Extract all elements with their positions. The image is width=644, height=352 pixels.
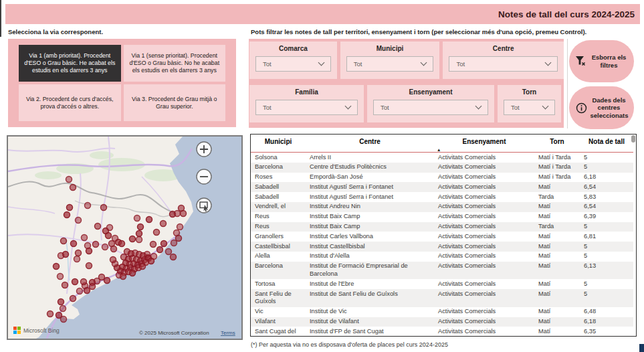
map-marker[interactable] <box>171 254 177 260</box>
map-marker[interactable] <box>74 256 80 262</box>
map-marker[interactable] <box>140 264 146 270</box>
map-zoom-in-button[interactable] <box>197 142 211 157</box>
table-row[interactable]: VilafantInstitut de VilafantActivitats C… <box>251 317 633 327</box>
map-visual[interactable]: Microsoft Bing © 2025 Microsoft Corporat… <box>7 135 243 340</box>
map-marker[interactable] <box>90 284 96 290</box>
map-marker[interactable] <box>176 236 182 242</box>
filter-dropdown-centre[interactable]: Tot <box>449 56 558 72</box>
map-marker[interactable] <box>66 177 72 183</box>
via-button-1[interactable]: Via 1 (amb prioritat). Procedent d'ESO o… <box>19 45 121 82</box>
map-box-select-button[interactable] <box>197 198 211 213</box>
filter-dropdown-torn[interactable]: Tot <box>504 100 555 115</box>
map-marker[interactable] <box>136 237 142 243</box>
map-marker[interactable] <box>58 274 64 280</box>
table-row[interactable]: AlellaInstitut d'AlellaActivitats Comerc… <box>251 252 633 262</box>
table-row[interactable]: ReusInstitut Baix CampActivitats Comerci… <box>251 212 633 222</box>
map-marker[interactable] <box>157 247 163 253</box>
filter-dropdown-comarca[interactable]: Tot <box>255 56 331 72</box>
map-marker[interactable] <box>84 288 90 294</box>
table-scrollbar-thumb[interactable] <box>631 135 635 143</box>
map-marker[interactable] <box>77 288 83 294</box>
table-row[interactable]: RosesEmpordà-San JoséActivitats Comercia… <box>251 173 633 183</box>
map-marker[interactable] <box>61 238 67 244</box>
column-header-torn[interactable]: Torn <box>534 135 580 153</box>
map-marker[interactable] <box>76 217 82 224</box>
column-header-ensenyament[interactable]: Ensenyament▲ <box>434 135 534 153</box>
map-marker[interactable] <box>119 241 125 247</box>
map-marker[interactable] <box>67 205 73 211</box>
map-zoom-out-button[interactable] <box>197 169 211 184</box>
map-marker[interactable] <box>93 242 99 248</box>
map-marker[interactable] <box>146 217 152 223</box>
map-marker[interactable] <box>110 257 116 263</box>
map-marker[interactable] <box>76 250 82 256</box>
clear-filters-button[interactable]: Esborra els filtres <box>569 40 634 82</box>
map-marker[interactable] <box>61 317 67 323</box>
map-marker[interactable] <box>130 270 136 276</box>
table-row[interactable]: VicInstitut de VicActivitats ComercialsM… <box>251 307 633 317</box>
filter-dropdown-família[interactable]: Tot <box>255 100 358 115</box>
map-marker[interactable] <box>151 254 157 260</box>
map-marker[interactable] <box>171 240 177 246</box>
map-marker[interactable] <box>71 241 77 247</box>
map-marker[interactable] <box>95 224 101 230</box>
map-marker[interactable] <box>82 235 88 241</box>
map-marker[interactable] <box>85 203 91 209</box>
table-row[interactable]: SabadellInstitut Agustí Serra i Fontanet… <box>251 192 633 202</box>
table-row[interactable]: GranollersInstitut Carles VallbonaActivi… <box>251 232 633 242</box>
table-row[interactable]: ReusInstitut Baix CampActivitats Comerci… <box>251 222 633 232</box>
map-marker[interactable] <box>166 249 172 255</box>
map-terms-link[interactable]: Terms <box>221 330 235 336</box>
table-row[interactable]: TortosaInstitut de l'EbreActivitats Come… <box>251 279 633 289</box>
via-button-4[interactable]: Via 3. Procedent de Grau mitjà o Grau su… <box>124 84 226 121</box>
column-header-municipi[interactable]: Municipi <box>251 135 306 153</box>
map-marker[interactable] <box>138 224 144 230</box>
map-marker[interactable] <box>107 225 113 231</box>
map-marker[interactable] <box>160 221 167 227</box>
map-marker[interactable] <box>177 224 183 230</box>
map-marker[interactable] <box>81 279 87 285</box>
map-marker[interactable] <box>106 233 112 239</box>
map-marker[interactable] <box>175 211 181 217</box>
table-row[interactable]: Vendrell, elInstitut Andreu NinActivitat… <box>251 202 633 212</box>
filter-dropdown-ensenyament[interactable]: Tot <box>373 100 488 115</box>
map-marker[interactable] <box>86 248 92 254</box>
table-row[interactable]: SolsonaArrels IIActivitats ComercialsMat… <box>251 153 633 163</box>
map-marker[interactable] <box>150 242 156 248</box>
table-row[interactable]: CastellbisbalInstitut CastellbisbalActiv… <box>251 242 633 252</box>
map-marker[interactable] <box>101 205 107 211</box>
centers-data-button[interactable]: Dades dels centres seleccionats <box>569 86 634 129</box>
map-marker[interactable] <box>60 306 66 312</box>
map-marker[interactable] <box>86 263 92 269</box>
table-row[interactable]: Sant Feliu de GuíxolsInstitut de Sant Fe… <box>251 289 633 307</box>
map-marker[interactable] <box>53 264 60 270</box>
via-button-2[interactable]: Via 1 (sense prioritat). Procedent d'ESO… <box>124 45 226 82</box>
table-row[interactable]: SabadellInstitut Agustí Serra i Fontanet… <box>251 182 633 192</box>
map-marker[interactable] <box>47 311 53 317</box>
map-marker[interactable] <box>70 185 76 191</box>
map-marker[interactable] <box>58 253 64 259</box>
map-marker[interactable] <box>94 278 100 284</box>
map-marker[interactable] <box>58 299 64 305</box>
map-marker[interactable] <box>64 212 70 218</box>
map-marker[interactable] <box>70 296 76 302</box>
map-marker[interactable] <box>181 211 187 217</box>
via-button-3[interactable]: Via 2. Procedent de curs d'accés, prova … <box>19 84 121 121</box>
map-marker[interactable] <box>72 279 78 285</box>
map-marker[interactable] <box>111 246 117 252</box>
map-marker[interactable] <box>161 241 167 247</box>
filter-dropdown-municipi[interactable]: Tot <box>346 56 434 72</box>
map-marker[interactable] <box>120 274 126 280</box>
map-marker[interactable] <box>62 282 68 288</box>
table-row[interactable]: BarcelonaInstitut de Formació Empresaria… <box>251 262 633 280</box>
map-marker[interactable] <box>154 230 160 236</box>
map-marker[interactable] <box>130 236 136 242</box>
column-header-nota-de-tall[interactable]: Nota de tall <box>580 135 633 153</box>
map-marker[interactable] <box>136 231 142 237</box>
map-marker[interactable] <box>134 215 140 222</box>
table-row[interactable]: Sant Cugat delInstitut d'FP de Sant Cuga… <box>251 327 633 337</box>
table-row[interactable]: BarcelonaCentre d'Estudis PolitècnicsAct… <box>251 163 633 173</box>
column-header-centre[interactable]: Centre <box>306 135 434 153</box>
map-marker[interactable] <box>104 278 110 284</box>
map-marker[interactable] <box>102 244 108 250</box>
